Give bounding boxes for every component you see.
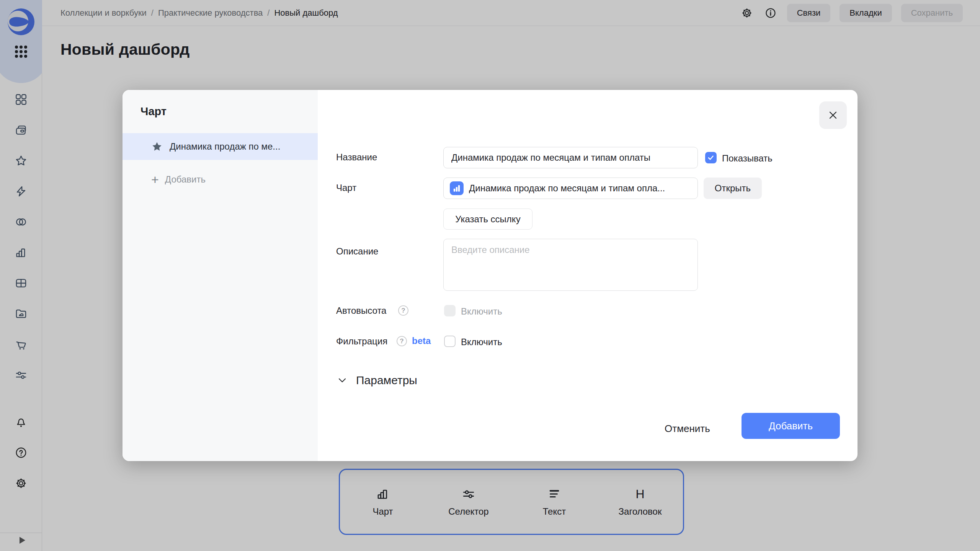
show-checkbox[interactable] [705,152,717,163]
set-link-button[interactable]: Указать ссылку [443,209,532,230]
chart-field-label: Чарт [336,183,356,193]
description-textarea[interactable] [443,239,698,291]
dialog-title: Чарт [140,105,167,118]
autoheight-checkbox-label: Включить [461,306,502,317]
autoheight-label: Автовысота [336,305,386,316]
description-field-label: Описание [336,246,378,257]
chart-list-item-label: Динамика продаж по ме... [170,141,280,152]
params-section-toggle[interactable]: Параметры [337,374,417,387]
add-button[interactable]: Добавить [742,413,840,439]
dialog-left-panel: Чарт Динамика продаж по ме... + Добавить [122,90,318,461]
filtration-label: Фильтрация [336,336,387,347]
chart-select-value: Динамика продаж по месяцам и типам опла.… [469,183,665,194]
autoheight-checkbox[interactable] [444,305,456,316]
check-icon [707,154,715,161]
cancel-button[interactable]: Отменить [657,417,718,440]
chart-chip-icon [450,181,464,195]
star-icon [151,141,163,152]
beta-badge: beta [412,336,431,346]
filtration-help-icon[interactable]: ? [397,336,407,346]
add-chart-item-label: Добавить [165,174,206,185]
chevron-down-icon [337,375,348,386]
plus-icon: + [151,173,159,186]
name-field-label: Название [336,152,377,163]
close-icon [827,109,839,121]
open-chart-button[interactable]: Открыть [704,178,762,199]
params-section-label: Параметры [356,374,417,387]
chart-list-item-selected[interactable]: Динамика продаж по ме... [122,133,318,160]
filtration-checkbox-label[interactable]: Включить [461,337,502,347]
name-input[interactable] [443,147,698,168]
show-checkbox-label[interactable]: Показывать [722,153,773,164]
chart-select[interactable]: Динамика продаж по месяцам и типам опла.… [443,178,698,199]
dashboard-page: Коллекции и воркбуки / Практические руко… [0,0,980,551]
add-chart-dialog: Чарт Динамика продаж по ме... + Добавить… [122,90,858,461]
autoheight-help-icon[interactable]: ? [398,305,408,316]
filtration-checkbox[interactable] [444,336,456,347]
add-chart-item-button[interactable]: + Добавить [151,171,206,188]
close-dialog-button[interactable] [819,101,847,129]
